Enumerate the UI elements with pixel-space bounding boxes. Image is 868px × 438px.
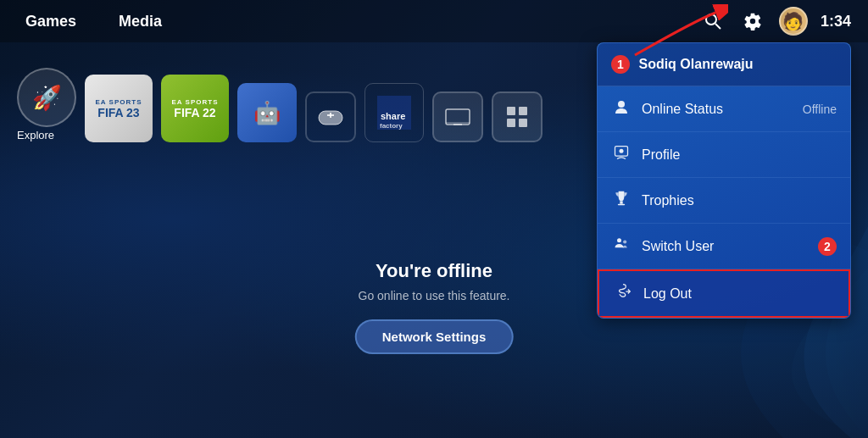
main-nav: Games Media (17, 8, 170, 35)
svg-rect-20 (618, 204, 625, 206)
svg-rect-11 (453, 124, 462, 125)
game-fifa22[interactable]: EA SPORTS FIFA 22 (161, 75, 229, 142)
explore-label: Explore (17, 129, 54, 141)
svg-point-0 (706, 14, 716, 25)
clock: 1:34 (821, 13, 851, 30)
dropdown-profile[interactable]: Profile (598, 132, 850, 178)
avatar-button[interactable]: 🧑 (779, 7, 808, 36)
dropdown-logout[interactable]: Log Out (598, 269, 850, 318)
online-status-label: Online Status (642, 102, 793, 117)
svg-rect-5 (330, 113, 331, 118)
svg-text:factory: factory (380, 122, 403, 130)
step2-badge: 2 (818, 237, 837, 256)
explore-item[interactable]: 🚀 Explore (17, 68, 76, 142)
svg-rect-15 (519, 119, 527, 127)
offline-subtitle: Go online to use this feature. (355, 289, 514, 302)
svg-point-22 (623, 240, 626, 243)
logout-icon (613, 283, 633, 304)
offline-title: You're offline (355, 260, 514, 282)
network-settings-button[interactable]: Network Settings (355, 319, 514, 354)
avatar-icon: 🧑 (782, 11, 804, 31)
topbar-right: 🧑 1:34 (699, 7, 851, 36)
trophies-label: Trophies (642, 193, 837, 208)
dropdown-username: Sodiq Olanrewaju (638, 57, 753, 71)
topbar: Games Media 🧑 1:34 (0, 0, 868, 42)
search-button[interactable] (699, 8, 726, 35)
svg-point-21 (617, 238, 621, 242)
astro-icon: 🤖 (253, 100, 281, 126)
online-status-value: Offline (803, 103, 837, 116)
step1-badge: 1 (611, 55, 630, 74)
dropdown-online-status[interactable]: Online Status Offline (598, 86, 850, 132)
nav-media[interactable]: Media (110, 8, 170, 35)
logout-label: Log Out (643, 286, 835, 302)
game-all-apps[interactable] (492, 91, 542, 142)
dropdown-header: 1 Sodiq Olanrewaju (598, 43, 850, 86)
switch-user-label: Switch User (642, 239, 801, 254)
profile-label: Profile (642, 147, 837, 163)
settings-button[interactable] (739, 8, 766, 35)
profile-icon (611, 144, 632, 165)
user-dropdown: 1 Sodiq Olanrewaju Online Status Offline… (597, 42, 851, 319)
svg-rect-12 (507, 107, 515, 115)
svg-point-18 (620, 149, 624, 153)
svg-text:share: share (381, 111, 405, 121)
game-sharefactory[interactable]: share factory (364, 83, 424, 142)
offline-section: You're offline Go online to use this fea… (355, 260, 514, 354)
game-controller-icon[interactable] (305, 91, 356, 142)
svg-rect-14 (507, 119, 515, 127)
switch-user-icon (611, 236, 632, 257)
game-astro-playroom[interactable]: 🤖 (237, 83, 297, 142)
game-fifa23[interactable]: EA SPORTS FIFA 23 (85, 75, 153, 142)
svg-point-16 (618, 101, 625, 108)
dropdown-trophies[interactable]: Trophies (598, 178, 850, 224)
nav-games[interactable]: Games (17, 8, 85, 35)
dropdown-switch-user[interactable]: Switch User 2 (598, 224, 850, 269)
svg-rect-9 (446, 109, 470, 125)
online-status-icon (611, 98, 632, 119)
explore-icon-symbol: 🚀 (32, 84, 62, 112)
svg-line-1 (715, 24, 721, 29)
svg-rect-19 (620, 201, 622, 203)
svg-rect-13 (519, 107, 527, 115)
trophies-icon (611, 190, 632, 211)
game-camera[interactable] (432, 91, 483, 142)
explore-icon: 🚀 (17, 68, 76, 127)
